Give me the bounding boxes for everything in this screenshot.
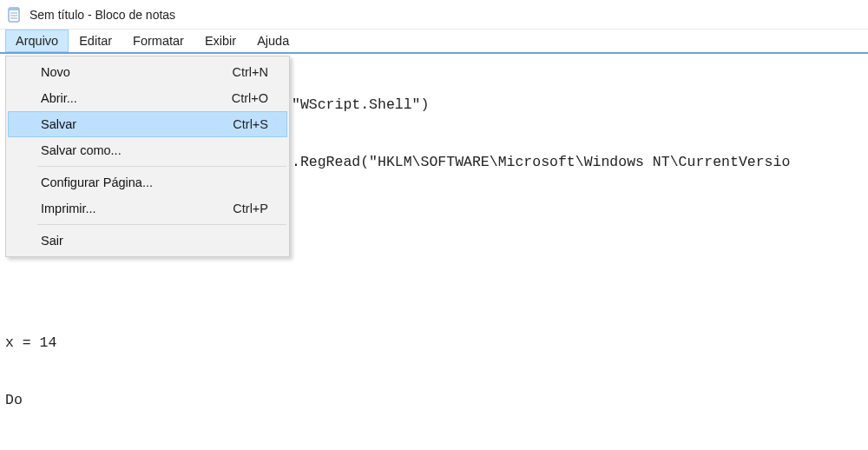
svg-rect-1 — [9, 8, 19, 10]
menu-abrir[interactable]: Abrir... Ctrl+O — [8, 85, 287, 111]
code-line: x = 14 — [5, 334, 340, 353]
menu-ajuda[interactable]: Ajuda — [247, 30, 299, 52]
menu-exibir[interactable]: Exibir — [194, 30, 247, 52]
menu-arquivo[interactable]: Arquivo — [5, 30, 69, 52]
menu-separator — [37, 224, 286, 225]
titlebar: Sem título - Bloco de notas — [0, 0, 868, 30]
menu-editar[interactable]: Editar — [69, 30, 122, 52]
code-line — [292, 268, 790, 287]
notepad-icon — [7, 7, 23, 23]
code-line — [292, 210, 790, 229]
arquivo-dropdown: Novo Ctrl+N Abrir... Ctrl+O Salvar Ctrl+… — [5, 56, 290, 257]
menu-novo[interactable]: Novo Ctrl+N — [8, 59, 287, 85]
menu-salvar-como[interactable]: Salvar como... — [8, 137, 287, 163]
code-line — [292, 382, 790, 401]
code-line: "WScript.Shell") — [292, 96, 790, 115]
window-title: Sem título - Bloco de notas — [30, 8, 175, 22]
menu-salvar[interactable]: Salvar Ctrl+S — [8, 111, 287, 137]
menu-sair[interactable]: Sair — [8, 228, 287, 254]
code-line — [292, 440, 790, 450]
menubar: Arquivo Editar Formatar Exibir Ajuda — [0, 30, 868, 54]
menu-formatar[interactable]: Formatar — [122, 30, 194, 52]
menu-imprimir[interactable]: Imprimir... Ctrl+P — [8, 195, 287, 222]
code-line: Do — [5, 391, 340, 410]
code-line — [292, 325, 790, 344]
menu-separator — [37, 166, 286, 167]
code-line: .RegRead("HKLM\SOFTWARE\Microsoft\Window… — [292, 153, 790, 172]
menu-configurar-pagina[interactable]: Configurar Página... — [8, 169, 287, 195]
